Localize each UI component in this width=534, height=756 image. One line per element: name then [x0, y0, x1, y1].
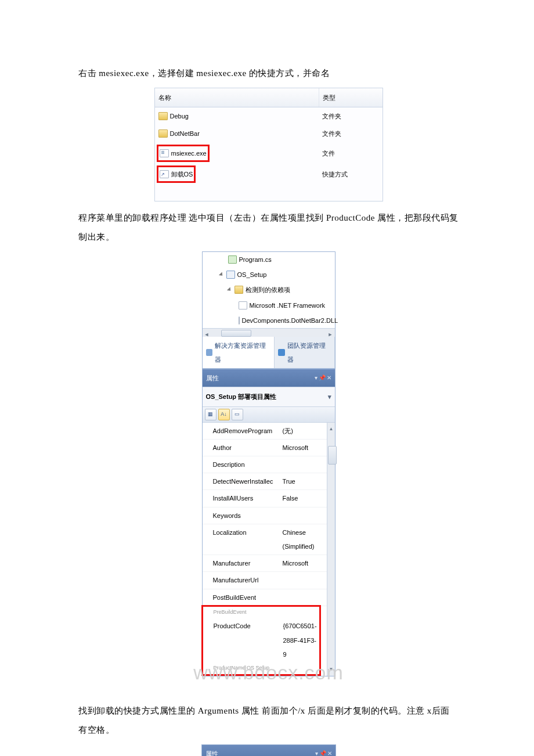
file-name: 卸载OS — [171, 167, 193, 181]
highlight-box: 卸载OS — [157, 165, 196, 183]
assembly-icon — [239, 301, 247, 309]
prop-row[interactable]: Description — [203, 456, 327, 473]
cs-file-icon — [228, 255, 237, 264]
highlight-box: msiexec.exe — [157, 145, 210, 162]
expand-icon[interactable] — [226, 287, 232, 293]
prop-row[interactable]: PostBuildEvent — [203, 589, 327, 606]
watermark: www.bdocx.com — [78, 651, 459, 694]
prop-row[interactable]: ManufacturerMicrosoft — [203, 555, 327, 572]
dropdown-icon[interactable]: ▾ — [315, 747, 318, 756]
properties-title: 属性 ▾ 📌 ✕ — [203, 369, 335, 387]
folder-icon — [234, 286, 243, 294]
alpha-sort-button[interactable]: A↓ — [218, 409, 230, 420]
properties-grid: AddRemoveProgram(无) AuthorMicrosoft Desc… — [203, 423, 335, 676]
file-name: DotNetBar — [170, 127, 200, 141]
vs-panel: Program.cs OS_Setup 检测到的依赖项 Microsoft .N… — [202, 251, 335, 676]
dropdown-icon[interactable]: ▾ — [315, 372, 317, 384]
properties-title: 属性 ▾ 📌 ✕ — [202, 745, 335, 756]
close-icon[interactable]: ✕ — [327, 372, 331, 384]
tree-label: DevComponents.DotNetBar2.DLL — [242, 314, 338, 327]
paragraph-3: 找到卸载的快捷方式属性里的 Arguments 属性 前面加个/x 后面是刚才复… — [78, 701, 459, 740]
tab-label: 团队资源管理器 — [287, 339, 331, 366]
prop-row-faded: PreBuildEvent — [203, 607, 319, 618]
vs-properties-uninstall: 属性 ▾ 📌 ✕ 卸载OS 文件安装属性 ▾ ▦ A↓ ▭ — [201, 744, 336, 756]
properties-panel: 属性 ▾ 📌 ✕ OS_Setup 部署项目属性 ▾ ▦ A↓ ▭ — [202, 369, 335, 676]
folder-icon — [158, 129, 168, 138]
team-icon — [278, 349, 285, 356]
paragraph-2: 程序菜单里的卸载程序处理 选中项目（左击）在属性项里找到 ProductCode… — [78, 208, 459, 247]
chevron-down-icon[interactable]: ▾ — [328, 390, 331, 404]
file-type: 文件夹 — [319, 126, 383, 141]
title-label: 属性 — [205, 747, 218, 756]
tree-label: 检测到的依赖项 — [246, 283, 290, 297]
tree-item-os-setup[interactable]: OS_Setup — [203, 267, 335, 282]
tree-item-program-cs[interactable]: Program.cs — [203, 252, 335, 267]
file-type: 快捷方式 — [319, 167, 383, 182]
file-type: 文件夹 — [319, 109, 383, 124]
pin-icon[interactable]: 📌 — [319, 747, 326, 756]
file-list-panel: 名称 类型 Debug 文件夹 DotNetBar 文件夹 msiexec.ex… — [154, 88, 383, 201]
file-row-debug[interactable]: Debug 文件夹 — [155, 107, 383, 125]
prop-row[interactable]: AddRemoveProgram(无) — [203, 423, 327, 440]
close-icon[interactable]: ✕ — [327, 747, 332, 756]
tab-label: 解决方案资源管理器 — [215, 339, 270, 366]
expand-icon[interactable] — [218, 272, 223, 278]
file-row-msiexec[interactable]: msiexec.exe 文件 — [155, 143, 383, 164]
prop-row[interactable]: AuthorMicrosoft — [203, 440, 327, 456]
prop-row[interactable]: LocalizationChinese (Simplified) — [203, 524, 327, 555]
file-icon — [160, 149, 169, 157]
tree-label: OS_Setup — [237, 268, 267, 282]
file-row-dotnetbar[interactable]: DotNetBar 文件夹 — [155, 125, 383, 142]
vertical-scrollbar[interactable] — [327, 423, 335, 676]
col-header-type: 类型 — [319, 88, 383, 107]
tree-item-netframework[interactable]: Microsoft .NET Framework — [203, 298, 335, 313]
tree-label: Program.cs — [239, 253, 272, 267]
file-name: Debug — [170, 109, 189, 123]
file-type: 文件 — [319, 146, 383, 161]
prop-row[interactable]: InstallAllUsersFalse — [203, 490, 327, 507]
assembly-icon — [239, 316, 240, 325]
properties-subject[interactable]: OS_Setup 部署项目属性 ▾ — [203, 387, 335, 406]
solution-explorer: Program.cs OS_Setup 检测到的依赖项 Microsoft .N… — [202, 251, 335, 337]
title-label: 属性 — [206, 371, 219, 385]
shortcut-icon — [160, 170, 169, 178]
category-button[interactable]: ▦ — [205, 409, 217, 420]
folder-icon — [158, 112, 168, 120]
tree-item-deps[interactable]: 检测到的依赖项 — [203, 282, 335, 297]
file-name: msiexec.exe — [171, 146, 207, 160]
col-header-name: 名称 — [155, 88, 319, 107]
tab-team-explorer[interactable]: 团队资源管理器 — [275, 337, 334, 368]
project-icon — [226, 271, 235, 279]
subject-label: OS_Setup 部署项目属性 — [206, 390, 277, 404]
paragraph-1: 右击 mesiexec.exe，选择创建 mesiexec.exe 的快捷方式，… — [78, 64, 459, 83]
tab-solution-explorer[interactable]: 解决方案资源管理器 — [203, 337, 275, 368]
solution-icon — [206, 349, 213, 356]
properties-toolbar: ▦ A↓ ▭ — [203, 407, 335, 423]
explorer-tabs: 解决方案资源管理器 团队资源管理器 — [202, 337, 335, 369]
pin-icon[interactable]: 📌 — [319, 372, 326, 384]
prop-row[interactable]: DetectNewerInstallecTrue — [203, 473, 327, 490]
prop-row[interactable]: Keywords — [203, 507, 327, 524]
file-row-uninstall-os[interactable]: 卸载OS 快捷方式 — [155, 164, 383, 185]
tree-label: Microsoft .NET Framework — [250, 298, 326, 312]
prop-row[interactable]: ManufacturerUrl — [203, 572, 327, 589]
tree-item-dotnetbar-dll[interactable]: DevComponents.DotNetBar2.DLL — [203, 313, 335, 328]
pages-button[interactable]: ▭ — [232, 409, 243, 420]
file-list-header: 名称 类型 — [155, 88, 383, 107]
horizontal-scrollbar[interactable] — [203, 328, 335, 337]
